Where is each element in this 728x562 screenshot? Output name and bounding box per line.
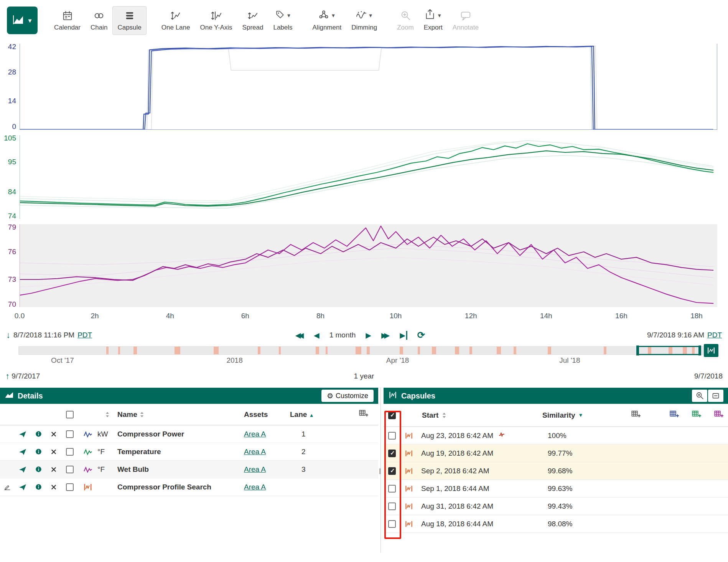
capsule-checkbox[interactable] [388,467,396,475]
plot-temperature[interactable] [20,135,717,219]
send-icon[interactable] [15,465,31,474]
chevron-down-icon: ▼ [27,17,33,24]
toolbar-zoom-button[interactable]: Zoom [392,6,418,35]
add-column-icon[interactable] [631,409,657,421]
capsule-checkbox[interactable] [388,485,396,493]
signal-name[interactable]: Compressor Power [117,430,244,438]
toolbar-dimming-button[interactable]: ▼ Dimming [346,6,382,35]
y-tick-label: 74 [8,212,16,220]
capsule-row[interactable]: Aug 19, 2018 6:42 AM 99.77% [384,445,728,462]
row-checkbox[interactable] [66,448,74,456]
condition-name[interactable]: Compressor Profile Search [117,483,244,491]
capsule-row[interactable]: Sep 1, 2018 6:44 AM 99.63% [384,480,728,498]
toolbar-chain-button[interactable]: Chain [86,6,112,35]
send-icon[interactable] [15,483,31,491]
toolbar-annotate-button[interactable]: Annotate [448,6,484,35]
details-select-all-checkbox[interactable] [66,411,74,418]
add-column-temperature-icon[interactable] [691,409,701,421]
sort-icon[interactable] [97,411,117,418]
toolbar-calendar-button[interactable]: Calendar [49,6,86,35]
step-forward-half-button[interactable]: ▶ [366,331,371,340]
range-start-timezone-link[interactable]: PDT [77,331,92,339]
capsule-row[interactable]: Sep 2, 2018 6:42 AM 99.68% [384,462,728,480]
asset-link[interactable]: Area A [244,430,266,438]
y-axis-wet-bulb[interactable]: 79767370 [0,224,18,307]
details-row-temperature[interactable]: °F Temperature Area A 2 [0,443,378,461]
customize-button[interactable]: ⚙ Customize [321,390,374,402]
add-column-compressor-power-icon[interactable] [669,409,679,421]
step-forward-full-button[interactable]: ▶▶ [381,331,390,340]
capsules-select-all-checkbox[interactable] [388,412,396,419]
capsules-zoom-button[interactable] [692,390,707,402]
overview-capsule-button[interactable] [704,344,718,357]
refresh-icon[interactable]: ⟳ [417,331,425,340]
capsule-row[interactable]: Aug 23, 2018 6:42 AM 100% [384,427,728,445]
toolbar-spread-button[interactable]: Spread [237,6,268,35]
calendar-icon [62,10,73,22]
trend-chart[interactable]: 4228140 105958474 79767370 0.02h4h6h8h10… [0,41,728,325]
sort-icon[interactable] [441,412,447,419]
overview-timeline[interactable] [18,346,718,355]
info-icon[interactable] [31,465,46,473]
asset-link[interactable]: Area A [244,483,266,491]
capsules-collapse-button[interactable] [708,390,723,402]
step-back-full-button[interactable]: ◀◀ [295,331,304,340]
remove-icon[interactable] [46,431,61,437]
row-checkbox[interactable] [66,483,74,491]
capsule-checkbox[interactable] [388,450,396,457]
remove-icon[interactable] [46,449,61,455]
toolbar-labels-button[interactable]: ▼ Labels [268,6,297,35]
add-column-wet-bulb-icon[interactable] [713,409,723,421]
overview-duration[interactable]: 1 year [354,372,374,380]
capsule-checkbox[interactable] [388,502,396,510]
toolbar-capsule-button[interactable]: Capsule [112,6,146,35]
info-icon[interactable] [31,483,46,491]
send-icon[interactable] [15,430,31,438]
details-col-name[interactable]: Name [117,410,137,418]
edit-icon[interactable] [0,483,15,491]
details-col-assets[interactable]: Assets [244,410,290,419]
step-back-half-button[interactable]: ◀ [314,331,320,340]
step-to-now-button[interactable]: ▶ [400,331,407,340]
splitter-grip[interactable]: ∥ [379,468,382,474]
capsules-col-similarity[interactable]: Similarity [542,411,575,420]
x-axis[interactable]: 0.02h4h6h8h10h12h14h16h18h [20,312,717,322]
range-end-timezone-link[interactable]: PDT [707,331,722,339]
remove-icon[interactable] [46,484,61,490]
row-checkbox[interactable] [66,430,74,438]
capsules-col-start[interactable]: Start [422,411,438,420]
signal-name[interactable]: Wet Bulb [117,465,244,474]
toolbar-one-lane-button[interactable]: One Lane [156,6,195,35]
trend-view-button[interactable]: ▼ [7,7,38,34]
remove-icon[interactable] [46,466,61,473]
y-axis-compressor-power[interactable]: 4228140 [0,44,18,130]
info-icon[interactable] [31,448,46,456]
step-duration-label[interactable]: 1 month [329,331,356,339]
toolbar-alignment-button[interactable]: ▼ Alignment [308,6,347,35]
info-icon[interactable] [31,430,46,438]
toolbar-one-y-axis-button[interactable]: One Y-Axis [195,6,237,35]
capsule-row[interactable]: Aug 31, 2018 6:42 AM 99.43% [384,498,728,515]
details-row-wet-bulb[interactable]: °F Wet Bulb Area A 3 [0,461,378,478]
capsule-checkbox[interactable] [388,520,396,528]
asset-link[interactable]: Area A [244,465,266,473]
details-row-compressor-profile-search[interactable]: Compressor Profile Search Area A [0,478,378,496]
y-axis-temperature[interactable]: 105958474 [0,135,18,219]
row-checkbox[interactable] [66,466,74,473]
condition-capsule-icon [78,483,97,491]
plot-wet-bulb[interactable] [20,224,717,307]
capsule-checkbox[interactable] [388,432,396,440]
details-col-lane[interactable]: Lane [290,410,307,418]
send-icon[interactable] [15,448,31,456]
asset-link[interactable]: Area A [244,448,266,456]
plot-compressor-power[interactable] [20,44,717,130]
panel-splitter[interactable]: ∥ [378,388,384,553]
signal-name[interactable]: Temperature [117,448,244,456]
overview-selected-range[interactable] [638,346,699,355]
capsule-row[interactable]: Aug 18, 2018 6:44 AM 98.08% [384,515,728,533]
add-column-icon[interactable] [358,408,378,420]
details-row-compressor-power[interactable]: kW Compressor Power Area A 1 [0,425,378,443]
capsule-stripe [400,347,403,354]
toolbar-export-button[interactable]: ▼ Export [419,6,448,35]
toolbar-label: One Y-Axis [200,24,232,31]
